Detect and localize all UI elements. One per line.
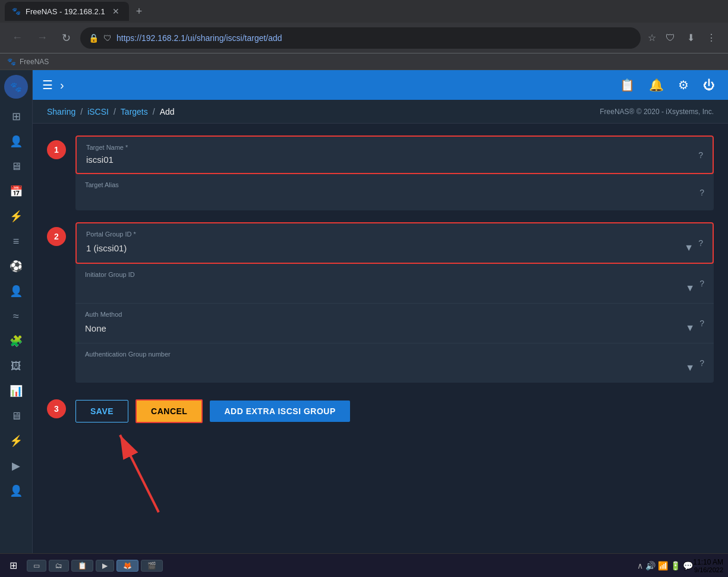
tray-battery-icon: 🔋 bbox=[670, 561, 680, 570]
hamburger-button[interactable]: ☰ bbox=[42, 78, 53, 92]
taskbar-item-store[interactable]: 📋 bbox=[71, 560, 93, 572]
taskbar-clock[interactable]: 11:10 AM 9/16/2022 bbox=[693, 558, 723, 573]
refresh-button[interactable]: ↻ bbox=[57, 28, 75, 48]
shield-action-button[interactable]: 🛡 bbox=[661, 29, 680, 47]
buttons-row: SAVE CANCEL ADD EXTRA ISCSI GROUP bbox=[75, 399, 714, 423]
target-name-field[interactable]: Target Name * ? bbox=[75, 135, 714, 174]
bookmark-button[interactable]: ☆ bbox=[648, 32, 656, 43]
breadcrumb-sharing[interactable]: Sharing bbox=[47, 107, 75, 116]
lock-icon: 🔒 bbox=[89, 33, 99, 43]
taskbar-files-icon: 🗂 bbox=[55, 562, 62, 570]
freenas-label: FreeNAS bbox=[20, 58, 49, 66]
auth-group-help-icon[interactable]: ? bbox=[699, 358, 704, 368]
taskbar-item-media[interactable]: 🎬 bbox=[141, 560, 163, 572]
auth-method-help-icon[interactable]: ? bbox=[699, 319, 704, 328]
taskbar-time: 11:10 AM bbox=[693, 558, 723, 566]
target-name-input[interactable] bbox=[86, 153, 696, 166]
bell-button[interactable]: 🔔 bbox=[645, 74, 667, 96]
portal-group-field[interactable]: Portal Group ID * ▼ ? bbox=[75, 222, 714, 264]
taskbar-explorer-icon: ▭ bbox=[33, 562, 40, 570]
system-tray: ∧ 🔊 📶 🔋 💬 bbox=[637, 561, 693, 570]
sidebar-item-apps[interactable]: ⚡ bbox=[4, 429, 28, 453]
target-name-help-icon[interactable]: ? bbox=[698, 150, 703, 160]
tab-close-button[interactable]: ✕ bbox=[110, 5, 122, 17]
sidebar-item-network[interactable]: ⚡ bbox=[4, 204, 28, 228]
annotation-arrow-container bbox=[75, 423, 714, 518]
target-alias-label: Target Alias bbox=[85, 181, 697, 188]
initiator-group-label: Initiator Group ID bbox=[85, 271, 697, 278]
sidebar-item-plugins[interactable]: 🧩 bbox=[4, 329, 28, 353]
browser-tab[interactable]: 🐾 FreeNAS - 192.168.2.1 ✕ bbox=[5, 2, 129, 21]
add-extra-iscsi-group-button[interactable]: ADD EXTRA ISCSI GROUP bbox=[210, 401, 349, 422]
auth-group-field[interactable]: Authentication Group number ▼ ? bbox=[75, 343, 714, 383]
step-1-panel: Target Name * ? Target Alias bbox=[75, 135, 714, 210]
breadcrumb-iscsi[interactable]: iSCSI bbox=[87, 107, 109, 116]
tray-network-icon: 🔊 bbox=[645, 561, 655, 570]
breadcrumb-targets[interactable]: Targets bbox=[121, 107, 148, 116]
start-button[interactable]: ⊞ bbox=[5, 557, 22, 573]
initiator-group-input[interactable] bbox=[85, 282, 683, 295]
menu-button[interactable]: ⋮ bbox=[702, 29, 721, 47]
power-button[interactable]: ⏻ bbox=[699, 75, 718, 96]
portal-group-help-icon[interactable]: ? bbox=[698, 238, 703, 248]
initiator-group-field[interactable]: Initiator Group ID ▼ ? bbox=[75, 264, 714, 304]
taskbar-item-firefox[interactable]: 🦊 bbox=[116, 560, 138, 572]
forward-button[interactable]: → bbox=[32, 28, 52, 48]
step-1-circle: 1 bbox=[47, 140, 66, 159]
brand-text: FreeNAS® © 2020 - iXsystems, Inc. bbox=[600, 108, 714, 116]
auth-group-input[interactable] bbox=[85, 362, 683, 374]
auth-method-field[interactable]: Auth Method ▼ ? bbox=[75, 304, 714, 343]
sidebar-item-vm[interactable]: 🖥 bbox=[4, 404, 28, 428]
portal-group-input[interactable] bbox=[86, 242, 682, 254]
settings-button[interactable]: ⚙ bbox=[675, 74, 692, 96]
target-alias-input[interactable] bbox=[85, 191, 697, 203]
step-3-circle: 3 bbox=[47, 399, 66, 418]
taskbar-item-files[interactable]: 🗂 bbox=[49, 560, 69, 572]
auth-method-input[interactable] bbox=[85, 322, 683, 335]
tray-chat-icon: 💬 bbox=[683, 561, 693, 570]
taskbar-item-terminal[interactable]: ▶ bbox=[96, 560, 114, 572]
auth-method-dropdown-icon[interactable]: ▼ bbox=[683, 320, 697, 336]
initiator-group-help-icon[interactable]: ? bbox=[699, 279, 704, 288]
auth-group-dropdown-icon[interactable]: ▼ bbox=[683, 360, 697, 376]
sidebar-item-directory[interactable]: ⚽ bbox=[4, 254, 28, 278]
initiator-group-dropdown-icon[interactable]: ▼ bbox=[683, 280, 697, 296]
step-2-panel: Portal Group ID * ▼ ? bbox=[75, 222, 714, 383]
tab-favicon: 🐾 bbox=[12, 7, 21, 15]
sidebar-item-jails[interactable]: 🖼 bbox=[4, 354, 28, 378]
expand-button[interactable]: › bbox=[60, 78, 64, 92]
sidebar-item-storage[interactable]: ≡ bbox=[4, 229, 28, 253]
sidebar-item-tasks[interactable]: 📅 bbox=[4, 179, 28, 203]
target-alias-help-icon[interactable]: ? bbox=[699, 188, 704, 197]
cancel-button[interactable]: CANCEL bbox=[135, 399, 203, 423]
portal-group-dropdown-icon[interactable]: ▼ bbox=[682, 240, 696, 256]
tray-up-icon: ∧ bbox=[637, 561, 643, 570]
taskbar-item-explorer[interactable]: ▭ bbox=[27, 560, 46, 572]
sidebar-item-reporting[interactable]: 📊 bbox=[4, 379, 28, 403]
taskbar-store-icon: 📋 bbox=[78, 562, 87, 570]
sidebar-logo[interactable]: 🐾 bbox=[4, 75, 28, 99]
breadcrumb-add: Add bbox=[160, 107, 175, 116]
back-button[interactable]: ← bbox=[7, 28, 27, 48]
save-button[interactable]: SAVE bbox=[75, 400, 128, 422]
step-3-row: 3 SAVE CANCEL ADD EXTRA ISCSI GROUP bbox=[47, 395, 714, 518]
auth-method-label: Auth Method bbox=[85, 311, 697, 318]
new-tab-button[interactable]: + bbox=[131, 3, 147, 20]
sidebar-item-guide[interactable]: 👤 bbox=[4, 479, 28, 503]
sidebar-item-dashboard[interactable]: ⊞ bbox=[4, 105, 28, 128]
top-navigation: ☰ › 📋 🔔 ⚙ ⏻ bbox=[33, 70, 728, 100]
download-button[interactable]: ⬇ bbox=[682, 29, 699, 47]
sidebar-item-services[interactable]: ≈ bbox=[4, 304, 28, 328]
sidebar-item-sharing[interactable]: 👤 bbox=[4, 279, 28, 303]
url-text: https://192.168.2.1/ui/sharing/iscsi/tar… bbox=[116, 33, 282, 43]
step-1-row: 1 Target Name * ? bbox=[47, 135, 714, 210]
target-alias-field[interactable]: Target Alias ? bbox=[75, 174, 714, 210]
sidebar-item-shell[interactable]: ▶ bbox=[4, 454, 28, 478]
sidebar: 🐾 ⊞ 👤 🖥 📅 ⚡ ≡ ⚽ 👤 ≈ 🧩 🖼 📊 🖥 ⚡ ▶ 👤 bbox=[0, 70, 33, 553]
sidebar-item-system[interactable]: 🖥 bbox=[4, 155, 28, 178]
sidebar-item-accounts[interactable]: 👤 bbox=[4, 130, 28, 153]
taskbar-firefox-icon: 🦊 bbox=[123, 562, 132, 570]
breadcrumb: Sharing / iSCSI / Targets / Add bbox=[47, 107, 175, 116]
address-bar[interactable]: 🔒 🛡 https://192.168.2.1/ui/sharing/iscsi… bbox=[80, 27, 641, 49]
clipboard-button[interactable]: 📋 bbox=[616, 74, 638, 96]
